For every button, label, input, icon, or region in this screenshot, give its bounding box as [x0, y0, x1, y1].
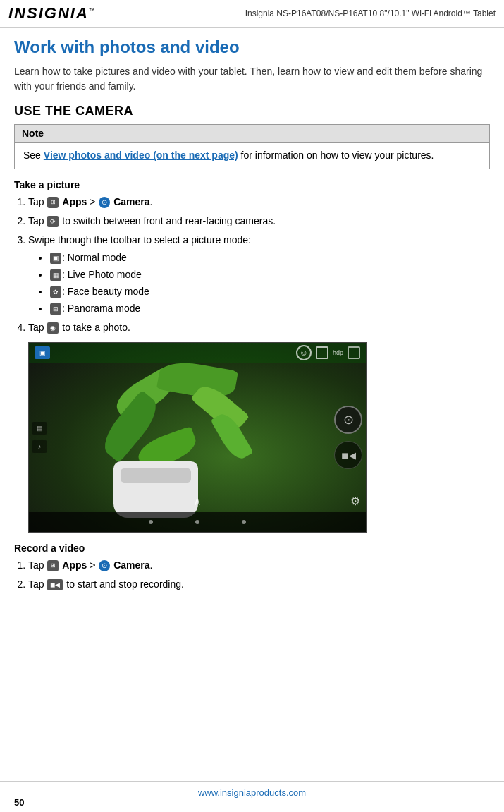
pot-inner: [121, 468, 191, 483]
mode-normal: ▣: Normal mode: [49, 250, 490, 265]
bottom-dot-1: [149, 520, 153, 524]
page-title: Work with photos and video: [14, 37, 490, 57]
use-camera-heading: USE THE CAMERA: [14, 104, 490, 119]
cam-settings-icon: ⚙: [350, 495, 360, 508]
video-button[interactable]: ◼◀: [334, 441, 362, 469]
step-4: Tap ◉ to take a photo.: [28, 320, 490, 335]
bottom-dot-2: [195, 520, 199, 524]
camera-icon-2: ⊙: [99, 560, 110, 571]
camera-top-left-icon: ▣: [35, 346, 50, 359]
logo-area: INSIGNIA™: [8, 4, 97, 23]
normal-mode-icon: ▣: [50, 253, 61, 264]
apps-icon-1: ⊞: [47, 197, 59, 208]
footer-url[interactable]: www.insigniaproducts.com: [0, 787, 504, 798]
take-picture-steps: Tap ⊞ Apps > ⊙ Camera. Tap ⟳ to switch b…: [14, 195, 490, 335]
camera-top-bar: ▣ ☺ hdp: [29, 343, 366, 363]
blue-icon-symbol: ▣: [39, 349, 46, 356]
cam-arrow-up: ∧: [193, 495, 202, 508]
record-icon: ◼◀: [47, 579, 63, 590]
plant-pot: [113, 461, 198, 518]
note-header: Note: [15, 125, 489, 143]
bottom-dot-3: [242, 520, 246, 524]
record-step-1: Tap ⊞ Apps > ⊙ Camera.: [28, 558, 490, 573]
note-link[interactable]: View photos and video (on the next page): [44, 150, 238, 161]
switch-camera-icon: ⟳: [47, 216, 59, 227]
note-box: Note See View photos and video (on the n…: [14, 124, 490, 169]
mode-panorama: ⊟: Panorama mode: [49, 301, 490, 316]
note-body-pre: See: [23, 150, 44, 161]
video-symbol: ◼◀: [341, 450, 356, 461]
page-number: 50: [14, 797, 24, 808]
panorama-mode-icon: ⊟: [50, 303, 61, 315]
live-mode-icon: ▦: [50, 269, 61, 281]
logo: INSIGNIA™: [8, 4, 97, 23]
step-1: Tap ⊞ Apps > ⊙ Camera.: [28, 195, 490, 210]
note-body-post: for information on how to view your pict…: [238, 150, 434, 161]
record-step-2: Tap ◼◀ to start and stop recording.: [28, 577, 490, 592]
cam-left-icon-2: ♪: [32, 440, 47, 453]
picture-modes-list: ▣: Normal mode ▦: Live Photo mode ✿: Fac…: [35, 250, 490, 316]
note-body: See View photos and video (on the next p…: [15, 143, 489, 169]
header-title: Insignia NS-P16AT08/NS-P16AT10 8"/10.1" …: [245, 8, 496, 18]
step-3: Swipe through the toolbar to select a pi…: [28, 233, 490, 316]
hdp-label: hdp: [333, 349, 343, 356]
camera-top-center-icons: ☺ hdp: [296, 345, 360, 360]
header: INSIGNIA™ Insignia NS-P16AT08/NS-P16AT10…: [0, 0, 504, 28]
extra-icon: [348, 346, 360, 359]
smile-detect-icon: ☺: [296, 345, 312, 360]
camera-right-bar: ⊙ ◼◀: [331, 401, 366, 473]
record-video-heading: Record a video: [14, 543, 490, 554]
take-picture-heading: Take a picture: [14, 179, 490, 190]
shutter-symbol: ⊙: [343, 412, 354, 428]
beauty-mode-icon: ✿: [50, 286, 61, 298]
camera-icon-1: ⊙: [99, 197, 110, 208]
record-steps: Tap ⊞ Apps > ⊙ Camera. Tap ◼◀ to start a…: [14, 558, 490, 592]
corner-frame-icon: [316, 346, 328, 359]
cam-left-icon-1: ▤: [32, 422, 47, 435]
camera-bottom-bar: [29, 512, 366, 532]
shutter-button[interactable]: ⊙: [334, 406, 362, 434]
step-2: Tap ⟳ to switch between front and rear-f…: [28, 214, 490, 229]
main-content: Work with photos and video Learn how to …: [0, 28, 504, 609]
camera-left-bar: ▤ ♪: [32, 422, 47, 453]
footer: www.insigniaproducts.com: [0, 781, 504, 798]
record-video-section: Record a video Tap ⊞ Apps > ⊙ Camera. Ta…: [14, 543, 490, 592]
intro-text: Learn how to take pictures and video wit…: [14, 64, 490, 94]
mode-beauty: ✿: Face beauty mode: [49, 284, 490, 299]
mode-live: ▦: Live Photo mode: [49, 267, 490, 282]
shutter-icon: ◉: [47, 322, 59, 334]
apps-icon-2: ⊞: [47, 560, 59, 571]
camera-screenshot: ▣ ☺ hdp ▤ ♪ ⊙ ◼◀ ∧ ⚙: [28, 342, 367, 533]
